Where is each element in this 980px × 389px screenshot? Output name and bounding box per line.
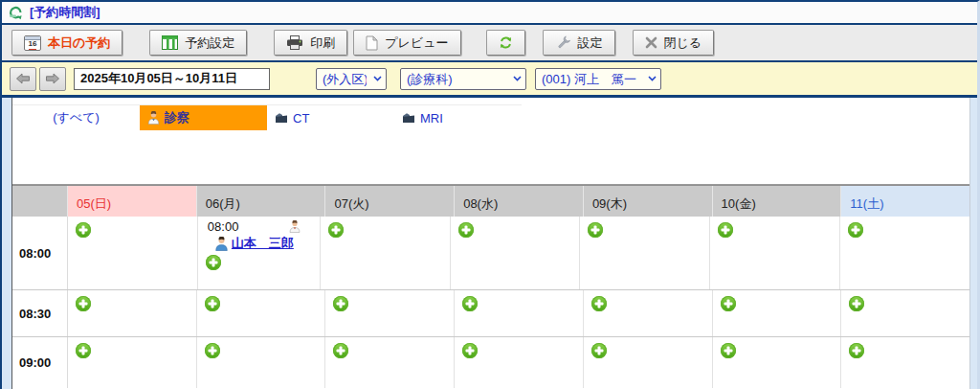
slot-cell <box>840 217 969 289</box>
day-header-row: 05(日) 06(月) 07(火) 08(水) 09(木) 10(金) 11(土… <box>12 185 969 217</box>
slot-cell <box>841 290 969 336</box>
slot-cell <box>197 290 326 336</box>
add-appointment-button[interactable] <box>591 343 607 358</box>
time-row-0900: 09:00 <box>12 337 969 388</box>
department-select[interactable]: (診療科) <box>400 68 526 90</box>
add-appointment-button[interactable] <box>458 222 474 238</box>
add-appointment-button[interactable] <box>205 296 220 311</box>
add-appointment-button[interactable] <box>588 222 603 238</box>
preview-button[interactable]: プレビュー <box>353 30 460 56</box>
appointment-header: 08:00 <box>198 219 320 234</box>
previous-week-button[interactable] <box>10 67 36 91</box>
add-appointment-button[interactable] <box>849 343 864 358</box>
patient-name-link[interactable]: 山本 三郎 <box>232 235 294 252</box>
filter-tab-mri[interactable]: MRI <box>394 104 522 130</box>
page-title: [予約時間割] <box>30 4 100 21</box>
add-appointment-button[interactable] <box>76 296 91 311</box>
day-header-saturday: 11(土) <box>841 186 969 217</box>
add-appointment-button[interactable] <box>849 296 864 311</box>
schedule-settings-button[interactable]: 予約設定 <box>149 30 247 56</box>
arrow-left-icon <box>15 73 31 84</box>
doctor-icon <box>147 111 160 125</box>
page-icon <box>366 35 378 51</box>
slot-cell <box>325 337 455 388</box>
device-icon <box>275 112 288 124</box>
add-appointment-button[interactable] <box>333 296 348 311</box>
day-header-sunday: 05(日) <box>68 186 197 217</box>
appointment-entry: 山本 三郎 <box>198 235 320 252</box>
ward-select-wrap: (外入区) <box>316 68 387 90</box>
date-navigation-bar: (外入区) (診療科) (001) 河上 篤一 <box>2 62 977 98</box>
add-appointment-button[interactable] <box>206 255 221 270</box>
calendar-icon: 16 <box>24 35 41 51</box>
schedule-panel: (すべて) 診察 <box>11 98 970 389</box>
date-range-input[interactable] <box>74 68 270 90</box>
add-appointment-button[interactable] <box>718 222 733 238</box>
slot-cell <box>321 217 451 289</box>
doctor-select-wrap: (001) 河上 篤一 <box>535 68 661 90</box>
slot-cell <box>713 337 842 388</box>
day-header-thursday: 09(木) <box>584 186 713 217</box>
day-header-wednesday: 08(水) <box>455 186 584 217</box>
slot-cell <box>710 217 840 289</box>
slot-cell <box>197 337 326 388</box>
week-schedule-grid: 05(日) 06(月) 07(火) 08(水) 09(木) 10(金) 11(土… <box>12 185 969 389</box>
appointment-time: 08:00 <box>208 219 239 234</box>
time-label: 08:00 <box>12 217 68 289</box>
slot-cell <box>584 290 713 336</box>
add-appointment-button[interactable] <box>848 222 863 238</box>
add-appointment-button[interactable] <box>462 296 478 311</box>
add-appointment-button[interactable] <box>591 296 607 311</box>
time-row-0830: 08:30 <box>12 290 969 337</box>
printer-icon <box>286 35 303 50</box>
close-x-icon <box>645 36 657 49</box>
day-header-monday: 06(月) <box>197 186 326 217</box>
doctor-select[interactable]: (001) 河上 篤一 <box>535 68 661 90</box>
slot-cell <box>68 290 197 336</box>
add-appointment-button[interactable] <box>721 296 736 311</box>
slot-cell <box>713 290 842 336</box>
filter-tab-all[interactable]: (すべて) <box>12 104 140 130</box>
slot-cell <box>584 337 713 388</box>
patient-icon <box>214 237 229 251</box>
today-appointments-button[interactable]: 16 本日の予約 <box>11 30 122 56</box>
day-header-tuesday: 07(火) <box>325 186 455 217</box>
ward-select[interactable]: (外入区) <box>316 68 387 90</box>
add-appointment-button[interactable] <box>76 222 91 238</box>
slot-cell <box>841 337 969 388</box>
right-edge-strip <box>970 98 977 389</box>
close-button[interactable]: 閉じる <box>633 30 715 56</box>
time-row-0800: 08:00 08:00 <box>12 217 969 290</box>
settings-button[interactable]: 設定 <box>543 30 615 56</box>
resource-filter-row: (すべて) 診察 <box>12 104 969 130</box>
left-edge-strip <box>2 98 11 389</box>
filter-tab-consultation[interactable]: 診察 <box>140 104 267 130</box>
device-icon <box>402 112 415 124</box>
add-appointment-button[interactable] <box>333 343 348 358</box>
add-appointment-button[interactable] <box>462 343 478 358</box>
refresh-icon <box>499 35 513 50</box>
refresh-button[interactable] <box>486 30 525 56</box>
toolbar: 16 本日の予約 予約設定 印刷 <box>2 25 977 62</box>
slot-cell <box>68 217 198 289</box>
slot-cell <box>68 337 197 388</box>
time-label: 09:00 <box>12 337 68 388</box>
appointment-timetable-window: [予約時間割] 16 本日の予約 予約設定 印刷 <box>0 0 980 389</box>
slot-cell <box>580 217 710 289</box>
arrow-right-icon <box>45 73 60 84</box>
next-week-button[interactable] <box>39 67 66 91</box>
add-appointment-button[interactable] <box>721 343 736 358</box>
titlebar: [予約時間割] <box>2 2 977 25</box>
department-select-wrap: (診療科) <box>400 68 526 90</box>
slot-cell <box>455 290 584 336</box>
slot-cell <box>325 290 455 336</box>
table-grid-icon <box>162 35 178 50</box>
header-corner-cell <box>12 186 68 217</box>
print-button[interactable]: 印刷 <box>274 30 347 56</box>
add-appointment-button[interactable] <box>76 343 91 358</box>
filter-tab-ct[interactable]: CT <box>267 104 394 130</box>
back-arrow-icon[interactable] <box>8 5 24 20</box>
add-appointment-button[interactable] <box>328 222 344 238</box>
add-appointment-button[interactable] <box>205 343 220 358</box>
slot-cell <box>455 337 584 388</box>
